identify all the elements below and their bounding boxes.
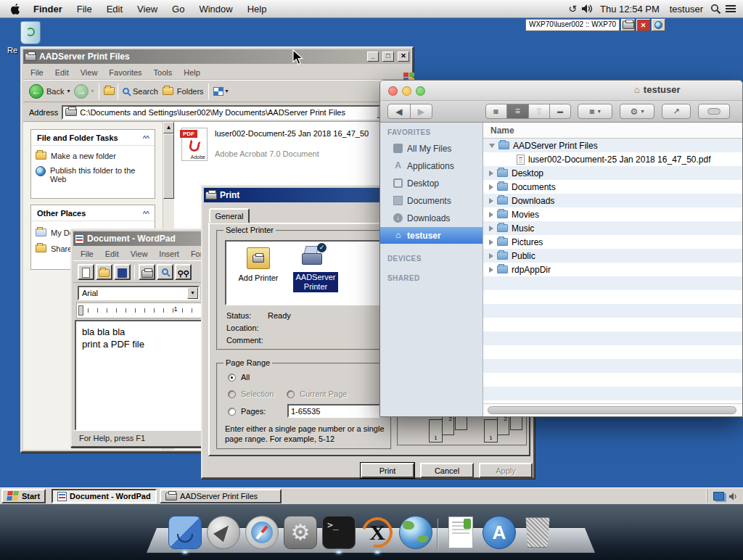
list-view-icon[interactable]: ☰ [507,104,528,118]
explorer-menu-favorites[interactable]: Favorites [109,68,141,77]
maximize-button[interactable]: □ [382,52,394,62]
icon-view-icon[interactable]: ▦ [486,104,507,118]
menu-file[interactable]: File [70,4,99,15]
open-button[interactable] [96,264,112,280]
column-view-icon[interactable]: ░ [529,104,550,118]
collapse-chevron-icon[interactable]: ^^ [142,210,149,217]
disclosure-icon[interactable] [489,253,493,259]
forward-icon[interactable]: ▶ [411,104,432,118]
dock-system-preferences-icon[interactable]: ⚙ [284,516,317,549]
other-places-header-row[interactable]: Other Places ^^ [31,205,155,221]
disclosure-icon[interactable] [489,170,493,176]
list-item-movies[interactable]: Movies [483,207,742,221]
edit-tags-button[interactable] [698,104,730,119]
save-button[interactable] [114,264,131,280]
back-icon[interactable]: ◀ [388,104,411,118]
font-dropdown-button[interactable]: ▾ [187,287,198,299]
collapse-chevron-icon[interactable]: ^^ [142,134,149,141]
time-machine-icon[interactable]: ↺ [568,3,577,15]
list-item-pictures[interactable]: Pictures [483,235,742,249]
aadserver-printer-item[interactable]: AADServer Printer [293,272,338,292]
explorer-menu-file[interactable]: File [30,68,44,77]
list-item-public[interactable]: Public [483,249,742,263]
views-button[interactable]: ▾ [213,87,229,96]
dock-document-icon[interactable] [444,516,477,549]
list-item-documents[interactable]: Documents [483,180,742,194]
dock-app-store-icon[interactable]: A [483,516,516,549]
disclosure-icon[interactable] [489,212,493,218]
new-document-button[interactable] [78,264,94,280]
print-button[interactable] [139,264,155,280]
explorer-menu-help[interactable]: Help [184,68,200,77]
disclosure-icon[interactable] [489,239,493,245]
start-button[interactable]: Start [1,489,46,503]
finder-titlebar[interactable]: ⌂ testuser [380,81,742,101]
wordpad-menu-view[interactable]: View [131,250,148,258]
sidebar-item-all-my-files[interactable]: All My Files [380,140,483,157]
disclosure-icon[interactable] [489,267,493,273]
apply-button[interactable]: Apply [479,463,533,478]
action-gear-button[interactable]: ⚙▾ [620,104,654,119]
menubar-user[interactable]: testuser [667,4,706,15]
cancel-button[interactable]: Cancel [420,463,474,478]
font-combo[interactable]: Arial ▾ [78,286,200,300]
menubar-clock[interactable]: Thu 12:54 PM [597,4,662,15]
disclosure-icon[interactable] [489,198,493,204]
dock-web-globe-icon[interactable] [399,516,432,549]
sidebar-item-documents[interactable]: Documents [380,192,483,209]
address-combo[interactable]: C:\Documents and Settings\luser002\My Do… [62,105,391,120]
print-confirm-button[interactable]: Print [361,463,414,478]
disclosure-open-icon[interactable] [489,144,495,148]
back-forward-control[interactable]: ◀ ▶ [387,104,432,119]
list-item-downloads[interactable]: Downloads [483,194,742,207]
back-button[interactable]: ← Back▾ [29,84,70,99]
coverflow-view-icon[interactable]: ▬ [550,104,570,118]
dock-x11-icon[interactable]: X [361,516,394,549]
tab-general[interactable]: General [209,208,250,223]
menu-edit[interactable]: Edit [99,4,130,15]
dock-finder-icon[interactable] [168,516,202,549]
apple-logo-icon[interactable] [10,4,20,15]
rdp-globe-button[interactable] [652,19,665,31]
explorer-menu-view[interactable]: View [81,68,98,77]
menu-help[interactable]: Help [240,4,274,15]
minimize-traffic-light[interactable] [402,86,411,96]
radio-all[interactable]: All [228,373,250,382]
dock-launchpad-icon[interactable] [207,516,240,549]
radio-all-icon[interactable] [228,374,236,382]
radio-selection[interactable]: Selection [228,390,274,398]
explorer-menu-edit[interactable]: Edit [55,68,69,77]
sidebar-item-downloads[interactable]: ↓Downloads [380,210,483,226]
sidebar-item-desktop[interactable]: Desktop [380,175,483,192]
network-tray-icon[interactable] [713,492,724,501]
close-traffic-light[interactable] [388,86,398,96]
maximize-traffic-light[interactable] [416,86,425,96]
explorer-titlebar[interactable]: AADServer Print Files _ □ ✕ [23,49,411,64]
print-preview-button[interactable] [157,264,173,280]
list-item-aadserver-print-files[interactable]: AADServer Print Files [483,139,742,152]
pdf-file-name[interactable]: luser002-Document-25 Jan 2018 16_47_50 [215,129,387,138]
list-item-music[interactable]: Music [483,221,742,235]
folders-button[interactable]: Folders [163,87,204,96]
list-item-rdpappdir[interactable]: rdpAppDir [483,263,742,276]
spotlight-icon[interactable] [710,4,721,15]
minimize-button[interactable]: _ [367,52,379,62]
rdp-print-button[interactable] [621,19,635,31]
search-button[interactable]: Search [123,87,158,96]
radio-pages[interactable]: Pages: [228,407,266,416]
explorer-menu-tools[interactable]: Tools [154,68,173,77]
view-mode-control[interactable]: ▦ ☰ ░ ▬ [485,104,571,119]
scrollbar-thumb[interactable] [163,133,174,199]
menu-view[interactable]: View [130,4,165,15]
disclosure-icon[interactable] [489,226,493,231]
scroll-up-arrow-icon[interactable]: ▲ [163,122,174,133]
volume-tray-icon[interactable] [728,492,739,501]
name-column-header[interactable]: Name [483,123,742,139]
add-printer-item[interactable]: Add Printer [232,273,284,282]
wordpad-menu-edit[interactable]: Edit [105,250,119,258]
notification-center-icon[interactable] [726,4,736,14]
dock-safari-icon[interactable] [245,516,279,549]
sidebar-item-applications[interactable]: AApplications [380,157,483,174]
menu-finder[interactable]: Finder [26,4,70,15]
list-item-pdf-file[interactable]: luser002-Document-25 Jan 2018 16_47_50.p… [483,152,742,166]
